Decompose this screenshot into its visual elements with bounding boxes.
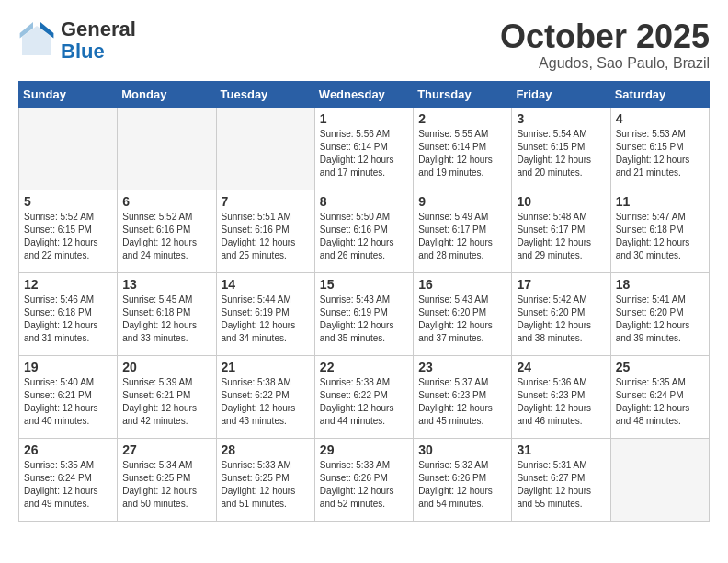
day-info: Sunrise: 5:35 AM Sunset: 6:24 PM Dayligh… xyxy=(616,376,704,428)
day-number: 26 xyxy=(24,442,112,457)
calendar-cell: 8Sunrise: 5:50 AM Sunset: 6:16 PM Daylig… xyxy=(314,190,413,272)
day-number: 12 xyxy=(24,277,112,292)
day-info: Sunrise: 5:42 AM Sunset: 6:20 PM Dayligh… xyxy=(517,293,605,345)
day-info: Sunrise: 5:44 AM Sunset: 6:19 PM Dayligh… xyxy=(222,293,310,345)
day-number: 27 xyxy=(122,442,210,457)
calendar-cell: 1Sunrise: 5:56 AM Sunset: 6:14 PM Daylig… xyxy=(314,107,413,190)
day-number: 20 xyxy=(122,360,210,374)
calendar-cell: 10Sunrise: 5:48 AM Sunset: 6:17 PM Dayli… xyxy=(512,190,610,272)
title-section: October 2025 Agudos, Sao Paulo, Brazil xyxy=(500,18,710,72)
header-wednesday: Wednesday xyxy=(314,81,413,107)
header-thursday: Thursday xyxy=(414,81,512,107)
day-info: Sunrise: 5:45 AM Sunset: 6:18 PM Dayligh… xyxy=(122,293,210,345)
day-info: Sunrise: 5:35 AM Sunset: 6:24 PM Dayligh… xyxy=(24,459,112,511)
day-number: 28 xyxy=(222,442,310,457)
day-number: 17 xyxy=(517,277,605,292)
calendar-week-3: 12Sunrise: 5:46 AM Sunset: 6:18 PM Dayli… xyxy=(19,272,710,355)
calendar-cell: 2Sunrise: 5:55 AM Sunset: 6:14 PM Daylig… xyxy=(414,107,512,190)
calendar-cell: 17Sunrise: 5:42 AM Sunset: 6:20 PM Dayli… xyxy=(512,272,610,355)
day-info: Sunrise: 5:33 AM Sunset: 6:25 PM Dayligh… xyxy=(222,459,310,511)
day-info: Sunrise: 5:54 AM Sunset: 6:15 PM Dayligh… xyxy=(517,128,605,179)
day-info: Sunrise: 5:43 AM Sunset: 6:19 PM Dayligh… xyxy=(320,293,408,345)
logo: General Blue xyxy=(18,18,136,63)
day-info: Sunrise: 5:50 AM Sunset: 6:16 PM Dayligh… xyxy=(320,211,408,262)
day-number: 24 xyxy=(517,360,605,374)
day-info: Sunrise: 5:49 AM Sunset: 6:17 PM Dayligh… xyxy=(418,211,506,262)
day-number: 25 xyxy=(616,360,704,374)
calendar-cell: 4Sunrise: 5:53 AM Sunset: 6:15 PM Daylig… xyxy=(610,107,709,190)
calendar-cell: 25Sunrise: 5:35 AM Sunset: 6:24 PM Dayli… xyxy=(610,355,709,438)
day-number: 31 xyxy=(517,442,605,457)
calendar-cell: 9Sunrise: 5:49 AM Sunset: 6:17 PM Daylig… xyxy=(414,190,512,272)
calendar-cell: 6Sunrise: 5:52 AM Sunset: 6:16 PM Daylig… xyxy=(118,190,216,272)
day-info: Sunrise: 5:51 AM Sunset: 6:16 PM Dayligh… xyxy=(222,211,310,262)
day-number: 11 xyxy=(616,194,704,209)
day-info: Sunrise: 5:38 AM Sunset: 6:22 PM Dayligh… xyxy=(320,376,408,428)
calendar-cell: 26Sunrise: 5:35 AM Sunset: 6:24 PM Dayli… xyxy=(19,438,118,521)
day-info: Sunrise: 5:40 AM Sunset: 6:21 PM Dayligh… xyxy=(24,376,112,428)
calendar-cell xyxy=(118,107,216,190)
header-monday: Monday xyxy=(118,81,216,107)
calendar-cell: 12Sunrise: 5:46 AM Sunset: 6:18 PM Dayli… xyxy=(19,272,118,355)
day-info: Sunrise: 5:33 AM Sunset: 6:26 PM Dayligh… xyxy=(320,459,408,511)
calendar-cell xyxy=(610,438,709,521)
calendar-cell: 20Sunrise: 5:39 AM Sunset: 6:21 PM Dayli… xyxy=(118,355,216,438)
calendar-cell: 31Sunrise: 5:31 AM Sunset: 6:27 PM Dayli… xyxy=(512,438,610,521)
day-number: 9 xyxy=(418,194,506,209)
day-number: 6 xyxy=(122,194,210,209)
day-number: 8 xyxy=(320,194,408,209)
day-info: Sunrise: 5:56 AM Sunset: 6:14 PM Dayligh… xyxy=(320,128,408,179)
calendar-cell: 24Sunrise: 5:36 AM Sunset: 6:23 PM Dayli… xyxy=(512,355,610,438)
day-number: 14 xyxy=(222,277,310,292)
calendar-cell: 7Sunrise: 5:51 AM Sunset: 6:16 PM Daylig… xyxy=(216,190,314,272)
calendar-cell: 16Sunrise: 5:43 AM Sunset: 6:20 PM Dayli… xyxy=(414,272,512,355)
calendar-table: SundayMondayTuesdayWednesdayThursdayFrid… xyxy=(18,81,710,522)
day-number: 18 xyxy=(616,277,704,292)
day-number: 1 xyxy=(320,111,408,126)
day-number: 21 xyxy=(222,360,310,374)
day-info: Sunrise: 5:52 AM Sunset: 6:15 PM Dayligh… xyxy=(24,211,112,262)
calendar-cell: 22Sunrise: 5:38 AM Sunset: 6:22 PM Dayli… xyxy=(314,355,413,438)
day-number: 13 xyxy=(122,277,210,292)
calendar-cell: 5Sunrise: 5:52 AM Sunset: 6:15 PM Daylig… xyxy=(19,190,118,272)
day-number: 15 xyxy=(320,277,408,292)
calendar-week-4: 19Sunrise: 5:40 AM Sunset: 6:21 PM Dayli… xyxy=(19,355,710,438)
day-info: Sunrise: 5:37 AM Sunset: 6:23 PM Dayligh… xyxy=(418,376,506,428)
day-info: Sunrise: 5:47 AM Sunset: 6:18 PM Dayligh… xyxy=(616,211,704,262)
page-header: General Blue October 2025 Agudos, Sao Pa… xyxy=(18,18,710,72)
day-info: Sunrise: 5:46 AM Sunset: 6:18 PM Dayligh… xyxy=(24,293,112,345)
day-info: Sunrise: 5:41 AM Sunset: 6:20 PM Dayligh… xyxy=(616,293,704,345)
header-sunday: Sunday xyxy=(19,81,118,107)
calendar-cell: 23Sunrise: 5:37 AM Sunset: 6:23 PM Dayli… xyxy=(414,355,512,438)
header-friday: Friday xyxy=(512,81,610,107)
calendar-cell: 11Sunrise: 5:47 AM Sunset: 6:18 PM Dayli… xyxy=(610,190,709,272)
day-number: 10 xyxy=(517,194,605,209)
day-info: Sunrise: 5:38 AM Sunset: 6:22 PM Dayligh… xyxy=(222,376,310,428)
day-number: 3 xyxy=(517,111,605,126)
location: Agudos, Sao Paulo, Brazil xyxy=(500,55,710,72)
calendar-week-5: 26Sunrise: 5:35 AM Sunset: 6:24 PM Dayli… xyxy=(19,438,710,521)
logo-text: General Blue xyxy=(61,18,136,63)
header-saturday: Saturday xyxy=(610,81,709,107)
calendar-cell: 13Sunrise: 5:45 AM Sunset: 6:18 PM Dayli… xyxy=(118,272,216,355)
day-number: 16 xyxy=(418,277,506,292)
calendar-header-row: SundayMondayTuesdayWednesdayThursdayFrid… xyxy=(19,81,710,107)
calendar-cell: 15Sunrise: 5:43 AM Sunset: 6:19 PM Dayli… xyxy=(314,272,413,355)
calendar-cell: 29Sunrise: 5:33 AM Sunset: 6:26 PM Dayli… xyxy=(314,438,413,521)
calendar-week-2: 5Sunrise: 5:52 AM Sunset: 6:15 PM Daylig… xyxy=(19,190,710,272)
day-info: Sunrise: 5:55 AM Sunset: 6:14 PM Dayligh… xyxy=(418,128,506,179)
logo-icon xyxy=(18,22,55,59)
day-number: 22 xyxy=(320,360,408,374)
calendar-cell xyxy=(216,107,314,190)
month-title: October 2025 xyxy=(500,18,710,55)
day-number: 19 xyxy=(24,360,112,374)
day-number: 4 xyxy=(616,111,704,126)
day-info: Sunrise: 5:39 AM Sunset: 6:21 PM Dayligh… xyxy=(122,376,210,428)
calendar-week-1: 1Sunrise: 5:56 AM Sunset: 6:14 PM Daylig… xyxy=(19,107,710,190)
day-info: Sunrise: 5:53 AM Sunset: 6:15 PM Dayligh… xyxy=(616,128,704,179)
day-info: Sunrise: 5:32 AM Sunset: 6:26 PM Dayligh… xyxy=(418,459,506,511)
calendar-cell: 3Sunrise: 5:54 AM Sunset: 6:15 PM Daylig… xyxy=(512,107,610,190)
day-number: 29 xyxy=(320,442,408,457)
calendar-cell: 19Sunrise: 5:40 AM Sunset: 6:21 PM Dayli… xyxy=(19,355,118,438)
day-info: Sunrise: 5:36 AM Sunset: 6:23 PM Dayligh… xyxy=(517,376,605,428)
